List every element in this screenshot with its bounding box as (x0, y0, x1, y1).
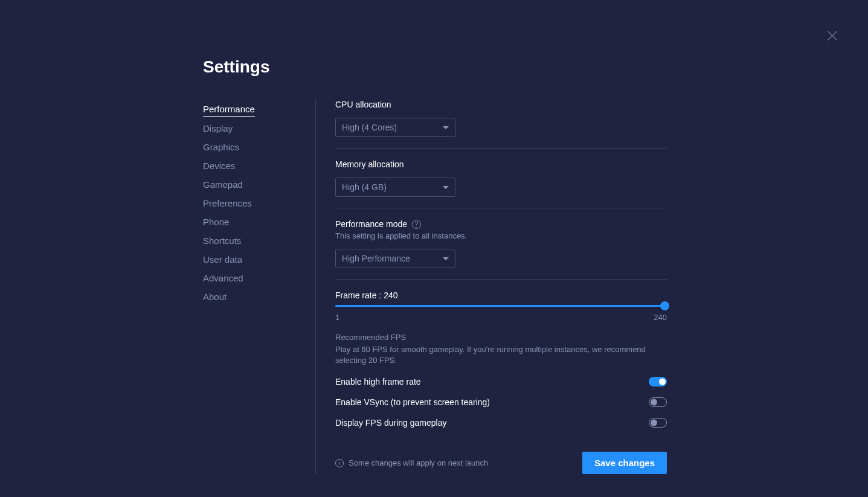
settings-sidebar: Performance Display Graphics Devices Gam… (203, 100, 315, 474)
enable-high-frame-label: Enable high frame rate (335, 377, 421, 386)
frame-rate-slider[interactable] (335, 305, 667, 307)
sidebar-item-about[interactable]: About (203, 287, 315, 306)
apply-on-launch-note: i Some changes will apply on next launch (335, 458, 488, 467)
enable-high-frame-toggle[interactable] (649, 377, 667, 386)
sidebar-item-graphics[interactable]: Graphics (203, 138, 315, 156)
sidebar-item-performance[interactable]: Performance (203, 100, 255, 117)
performance-mode-label-text: Performance mode (335, 219, 407, 229)
chevron-down-icon (443, 186, 449, 189)
performance-mode-value: High Performance (342, 254, 410, 263)
sidebar-item-display[interactable]: Display (203, 119, 315, 138)
chevron-down-icon (443, 257, 449, 260)
display-fps-row: Display FPS during gameplay (335, 418, 667, 428)
slider-thumb[interactable] (660, 301, 669, 310)
sidebar-item-preferences[interactable]: Preferences (203, 194, 315, 213)
footer: i Some changes will apply on next launch… (335, 452, 667, 474)
recommended-fps-text: Play at 60 FPS for smooth gameplay. If y… (335, 344, 667, 366)
info-icon: i (335, 459, 344, 467)
sidebar-item-user-data[interactable]: User data (203, 250, 315, 269)
performance-mode-sub: This setting is applied to all instances… (335, 231, 667, 240)
memory-allocation-select[interactable]: High (4 GB) (335, 178, 455, 197)
save-changes-button[interactable]: Save changes (582, 452, 667, 474)
enable-vsync-row: Enable VSync (to prevent screen tearing) (335, 397, 667, 407)
cpu-allocation-label: CPU allocation (335, 100, 667, 109)
toggle-knob (651, 399, 657, 406)
memory-allocation-section: Memory allocation High (4 GB) (335, 159, 667, 208)
frame-rate-label: Frame rate : 240 (335, 290, 667, 300)
performance-mode-label: Performance mode ? (335, 219, 667, 229)
close-icon (826, 29, 839, 42)
sidebar-item-shortcuts[interactable]: Shortcuts (203, 231, 315, 250)
performance-mode-select[interactable]: High Performance (335, 249, 455, 268)
chevron-down-icon (443, 126, 449, 129)
slider-track (335, 305, 667, 307)
help-icon[interactable]: ? (412, 220, 421, 229)
launch-note-text: Some changes will apply on next launch (349, 458, 488, 467)
display-fps-label: Display FPS during gameplay (335, 418, 446, 428)
settings-content: CPU allocation High (4 Cores) Memory all… (315, 100, 667, 474)
slider-max: 240 (654, 313, 667, 322)
toggle-knob (659, 379, 666, 385)
enable-vsync-toggle[interactable] (649, 397, 667, 407)
frame-rate-section: Frame rate : 240 1 240 Recommended FPS P… (335, 290, 667, 428)
enable-high-frame-row: Enable high frame rate (335, 377, 667, 386)
enable-vsync-label: Enable VSync (to prevent screen tearing) (335, 397, 490, 407)
recommended-fps-title: Recommended FPS (335, 333, 667, 342)
toggle-knob (651, 420, 657, 426)
close-button[interactable] (826, 29, 839, 42)
sidebar-item-phone[interactable]: Phone (203, 213, 315, 231)
page-title: Settings (203, 57, 667, 77)
memory-allocation-label: Memory allocation (335, 159, 667, 169)
cpu-allocation-select[interactable]: High (4 Cores) (335, 118, 455, 137)
performance-mode-section: Performance mode ? This setting is appli… (335, 219, 667, 280)
memory-allocation-value: High (4 GB) (342, 182, 387, 192)
slider-min: 1 (335, 313, 339, 322)
cpu-allocation-section: CPU allocation High (4 Cores) (335, 100, 667, 149)
sidebar-item-advanced[interactable]: Advanced (203, 269, 315, 287)
sidebar-item-devices[interactable]: Devices (203, 156, 315, 175)
display-fps-toggle[interactable] (649, 418, 667, 428)
slider-range-labels: 1 240 (335, 313, 667, 322)
sidebar-item-gamepad[interactable]: Gamepad (203, 175, 315, 194)
cpu-allocation-value: High (4 Cores) (342, 123, 397, 132)
